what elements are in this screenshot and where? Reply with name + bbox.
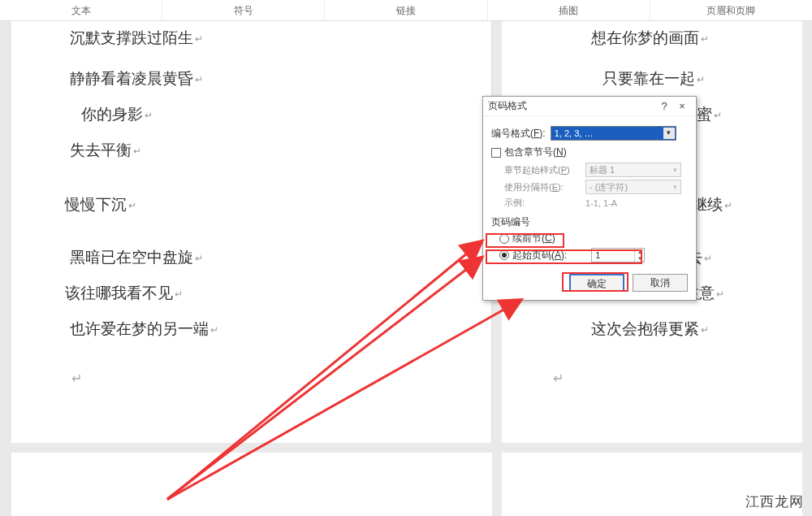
start-at-label: 起始页码(A): bbox=[512, 249, 567, 262]
doc-line: 只要靠在一起 bbox=[603, 68, 705, 89]
doc-line: 想在你梦的画面 bbox=[591, 28, 709, 49]
start-at-spinner[interactable]: 1 ▲ ▼ bbox=[591, 248, 645, 262]
include-chapter-checkbox[interactable] bbox=[491, 148, 501, 158]
continue-previous-label: 续前节(C) bbox=[512, 232, 555, 245]
number-format-value: 1, 2, 3, … bbox=[555, 128, 594, 138]
doc-line: 也许爱在梦的另一端 bbox=[70, 319, 218, 340]
doc-line: 继续 bbox=[692, 194, 732, 215]
doc-line: 这次会抱得更紧 bbox=[591, 319, 709, 340]
ribbon-tab-symbol[interactable]: 符号 bbox=[162, 0, 325, 20]
page-numbering-group-label: 页码编号 bbox=[491, 215, 688, 229]
ribbon-tabs: 文本 符号 链接 插图 页眉和页脚 bbox=[0, 0, 812, 21]
number-format-select[interactable]: 1, 2, 3, … ▾ bbox=[551, 126, 676, 141]
doc-line: 黑暗已在空中盘旋 bbox=[70, 247, 203, 268]
doc-line: 你的身影 bbox=[81, 104, 153, 125]
spinner-up-icon[interactable]: ▲ bbox=[635, 249, 644, 255]
separator-select: - (连字符) ▾ bbox=[585, 180, 681, 194]
include-chapter-label: 包含章节号(N) bbox=[504, 145, 567, 159]
chevron-down-icon: ▾ bbox=[673, 183, 677, 191]
paragraph-mark-icon: ↵ bbox=[71, 371, 82, 386]
chevron-down-icon[interactable]: ▾ bbox=[663, 128, 675, 139]
ribbon-tab-text[interactable]: 文本 bbox=[0, 0, 162, 20]
continue-previous-radio[interactable] bbox=[499, 234, 509, 244]
paragraph-mark-icon: ↵ bbox=[553, 371, 564, 386]
separator-label: 使用分隔符(E): bbox=[504, 181, 585, 193]
close-button[interactable]: × bbox=[673, 100, 691, 112]
start-at-radio[interactable] bbox=[499, 250, 509, 260]
watermark: 江西龙网 bbox=[745, 492, 804, 511]
doc-line: 失去平衡 bbox=[70, 140, 141, 161]
spinner-down-icon[interactable]: ▼ bbox=[635, 255, 644, 262]
example-label: 示例: bbox=[504, 197, 585, 209]
dialog-titlebar[interactable]: 页码格式 ? × bbox=[483, 97, 696, 116]
doc-line: 沉默支撑跌过陌生 bbox=[70, 28, 203, 49]
page-left[interactable]: 沉默支撑跌过陌生 静静看着凌晨黄昏 你的身影 失去平衡 慢慢下沉 黑暗已在空中盘… bbox=[11, 21, 492, 443]
page-bottom-left[interactable] bbox=[11, 453, 492, 516]
doc-line: 慢慢下沉 bbox=[65, 194, 136, 215]
chapter-style-label: 章节起始样式(P) bbox=[504, 164, 585, 176]
ribbon-tab-illustration[interactable]: 插图 bbox=[488, 0, 650, 20]
number-format-label: 编号格式(F): bbox=[491, 127, 546, 141]
chapter-style-value: 标题 1 bbox=[590, 164, 615, 176]
doc-line: 静静看着凌晨黄昏 bbox=[70, 68, 203, 89]
chapter-style-select: 标题 1 ▾ bbox=[585, 163, 681, 177]
separator-value: - (连字符) bbox=[590, 181, 628, 193]
doc-line: 蜜 bbox=[697, 104, 722, 125]
help-button[interactable]: ? bbox=[655, 100, 673, 112]
start-at-value[interactable]: 1 bbox=[592, 250, 634, 260]
ok-button[interactable]: 确定 bbox=[569, 274, 624, 292]
page-number-format-dialog: 页码格式 ? × 编号格式(F): 1, 2, 3, … ▾ 包含章节号(N) … bbox=[482, 96, 697, 301]
doc-line: 该往哪我看不见 bbox=[65, 283, 183, 304]
chevron-down-icon: ▾ bbox=[673, 166, 677, 174]
cancel-button[interactable]: 取消 bbox=[633, 274, 688, 292]
example-value: 1-1, 1-A bbox=[585, 198, 617, 208]
ribbon-tab-link[interactable]: 链接 bbox=[325, 0, 487, 20]
dialog-title: 页码格式 bbox=[488, 99, 655, 113]
ribbon-tab-header-footer[interactable]: 页眉和页脚 bbox=[650, 0, 812, 20]
